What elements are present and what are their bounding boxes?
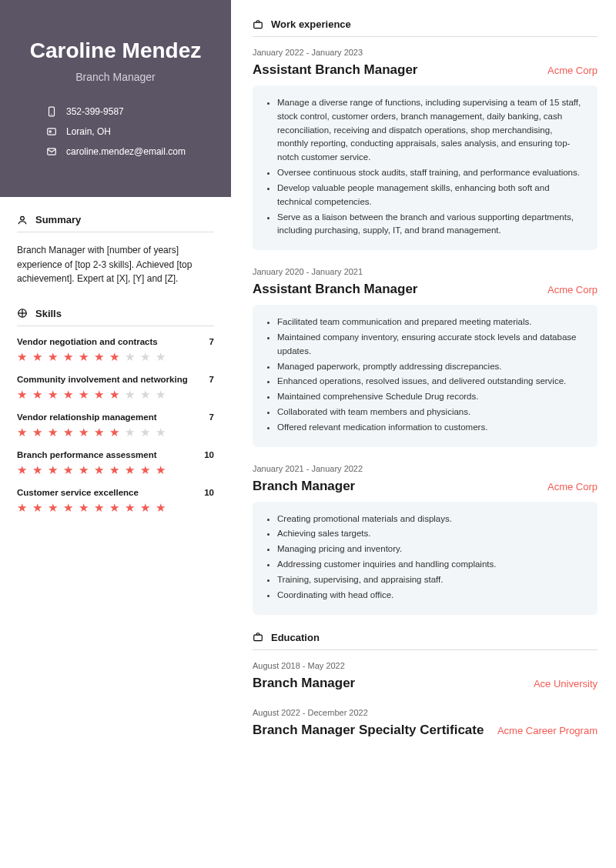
edu-dates: August 2018 - May 2022 [253,661,598,670]
bullet-item: Achieving sales targets. [277,527,585,541]
skill-item: Vendor negotiation and contracts7★★★★★★★… [17,337,214,364]
star-icon: ★ [17,463,27,477]
education-entry: August 2018 - May 2022Branch ManagerAce … [253,661,598,691]
star-rating: ★★★★★★★★★★ [17,501,214,515]
bullet-item: Maintained comprehensive Schedule Drug r… [277,390,585,404]
bullet-item: Collaborated with team members and physi… [277,406,585,419]
svg-point-3 [49,131,51,132]
star-icon: ★ [94,388,104,402]
skill-name: Branch performance assessment [17,450,157,459]
star-icon: ★ [17,350,27,364]
bullet-item: Manage a diverse range of functions, inc… [277,96,585,165]
skill-item: Community involvement and networking7★★★… [17,375,214,402]
phone-icon [46,106,57,117]
briefcase-icon [253,19,263,30]
divider [17,326,214,326]
skill-name: Community involvement and networking [17,375,188,384]
star-rating: ★★★★★★★★★★ [17,463,214,477]
star-icon: ★ [140,426,150,439]
star-icon: ★ [109,350,119,364]
skill-rating: 10 [204,488,214,497]
star-icon: ★ [48,463,58,477]
summary-label: Summary [35,214,81,225]
star-icon: ★ [140,350,150,364]
divider [253,36,598,37]
summary-text: Branch Manager with [number of years] ex… [17,243,214,286]
job-dates: January 2021 - January 2022 [253,464,598,473]
star-icon: ★ [79,501,89,515]
job-entry: January 2020 - January 2021Assistant Bra… [253,267,598,447]
job-bullets: Facilitated team communication and prepa… [253,305,598,447]
star-icon: ★ [125,501,135,515]
star-icon: ★ [79,388,89,402]
star-icon: ★ [79,463,89,477]
star-icon: ★ [63,350,73,364]
star-icon: ★ [32,388,42,402]
star-icon: ★ [94,501,104,515]
bullet-item: Serve as a liaison between the branch an… [277,211,585,239]
star-rating: ★★★★★★★★★★ [17,350,214,364]
star-icon: ★ [79,350,89,364]
bullet-item: Training, supervising, and appraising st… [277,573,585,587]
divider [17,232,214,232]
bullet-item: Managing pricing and inventory. [277,542,585,556]
job-entry: January 2022 - January 2023Assistant Bra… [253,48,598,250]
bullet-item: Coordinating with head office. [277,589,585,603]
email-icon [46,146,57,157]
skills-header: Skills [17,308,214,319]
star-icon: ★ [79,426,89,439]
phone-text: 352-399-9587 [66,106,124,117]
star-icon: ★ [125,388,135,402]
skill-item: Branch performance assessment10★★★★★★★★★… [17,450,214,477]
summary-header: Summary [17,214,214,225]
star-icon: ★ [140,388,150,402]
edu-title: Branch Manager Specialty Certificate [253,723,484,738]
divider [253,649,598,650]
star-icon: ★ [63,426,73,439]
skills-label: Skills [35,308,62,319]
svg-rect-10 [254,635,263,641]
star-icon: ★ [109,463,119,477]
edu-title: Branch Manager [253,676,355,691]
work-label: Work experience [271,18,351,30]
work-header: Work experience [253,18,598,30]
star-icon: ★ [156,426,166,439]
star-icon: ★ [32,426,42,439]
svg-rect-9 [254,22,263,28]
job-company: Acme Corp [547,284,598,295]
skills-icon [17,308,28,319]
job-company: Acme Corp [547,65,598,76]
job-dates: January 2022 - January 2023 [253,48,598,57]
bullet-item: Creating promotional materials and displ… [277,512,585,526]
bullet-item: Develop valuable people management skill… [277,182,585,209]
star-icon: ★ [140,501,150,515]
star-icon: ★ [32,501,42,515]
education-header: Education [253,632,598,643]
job-dates: January 2020 - January 2021 [253,267,598,276]
education-label: Education [271,632,320,643]
star-icon: ★ [109,426,119,439]
star-icon: ★ [125,463,135,477]
person-title: Branch Manager [15,71,216,83]
skill-name: Vendor negotiation and contracts [17,337,158,346]
job-bullets: Manage a diverse range of functions, inc… [253,85,598,250]
star-icon: ★ [156,463,166,477]
edu-school: Ace University [534,678,598,689]
star-icon: ★ [156,388,166,402]
edu-school: Acme Career Program [497,725,598,736]
bullet-item: Offered relevant medication information … [277,421,585,435]
job-entry: January 2021 - January 2022Branch Manage… [253,464,598,615]
skill-rating: 10 [204,450,214,459]
svg-point-5 [21,216,25,220]
skill-item: Vendor relationship management7★★★★★★★★★… [17,412,214,439]
bullet-item: Managed paperwork, promptly addressing d… [277,360,585,374]
job-company: Acme Corp [547,481,598,492]
star-icon: ★ [156,350,166,364]
education-entry: August 2022 - December 2022Branch Manage… [253,708,598,738]
star-icon: ★ [32,350,42,364]
job-title: Branch Manager [253,479,355,494]
job-title: Assistant Branch Manager [253,282,417,297]
bullet-item: Enhanced operations, resolved issues, an… [277,375,585,389]
star-icon: ★ [94,426,104,439]
star-icon: ★ [63,501,73,515]
